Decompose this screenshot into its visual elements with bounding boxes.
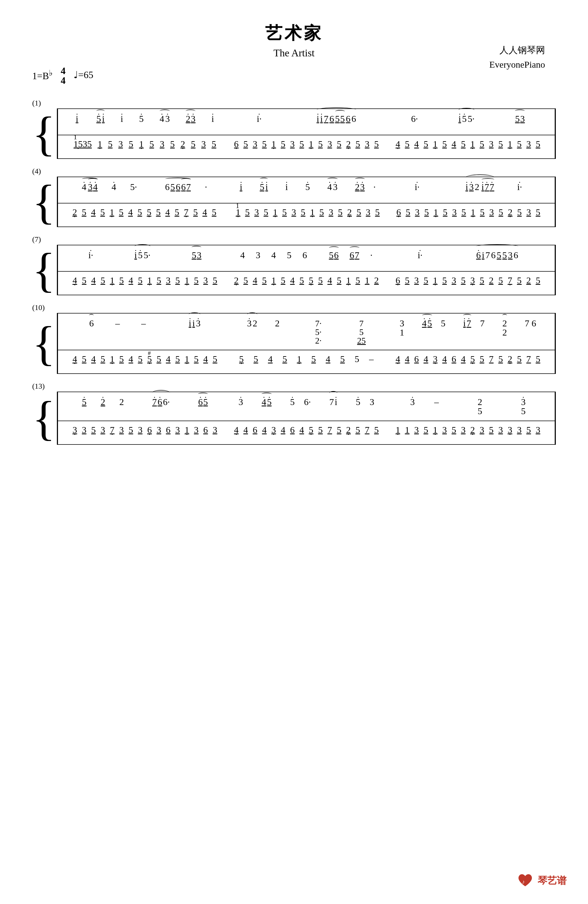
treble-1: ·i ·5 ·i ·i ·5 [58,108,555,135]
slur-group-1: ·5 ·i [96,114,104,124]
section-number-4: (10) [32,303,556,312]
meta-left: 1=B♭ 44 ♩=65 [32,64,556,85]
section-5: (13) { ·5 ·2 2 [32,382,556,445]
title-chinese: 艺术家 [32,22,556,45]
grand-staff-3: ·i· ·i ·5 5· 5 [57,245,556,295]
watermark: ♪ 琴艺谱 [517,873,566,888]
page: 艺术家 The Artist 1=B♭ 44 ♩=65 人人钢琴网 Everyo… [0,0,588,904]
note-i1: ·i [76,114,78,124]
treble-3: ·i· ·i ·5 5· 5 [58,245,555,272]
grand-staff-2: ·4 ·3 ·4 ·4 5· [57,177,556,227]
time-signature: 44 [61,64,65,85]
title-english: The Artist [32,47,556,59]
title-section: 艺术家 The Artist [32,22,556,59]
source2: EveryonePiano [489,57,545,72]
section-4: (10) { 6 – – [32,303,556,374]
section-number-5: (13) [32,382,556,390]
brace-5: { [32,392,55,445]
treble-4: 6 – – ·i i ·3 [58,313,555,350]
key-signature: 1=B♭ [32,68,52,82]
bass-2: ·2545 ·1545 ·5545 ·7545 1 ·1 5 [58,204,555,227]
bass-1: 1 ·1535 ·1535 ·1535 ·2535 ·6535 ·1535 [58,135,555,159]
brace-1: { [32,108,55,159]
section-3: (7) { ·i· ·i ·5 5· [32,235,556,295]
grand-staff-4: 6 – – ·i i ·3 [57,313,556,374]
bass-4: ·4545 ·1545 # ·5 545 ·1545 ·5545 [58,350,555,374]
meta-right: 人人钢琴网 EveryonePiano [489,43,545,72]
treble-5: ·5 ·2 2 ·7 ·6 6· [58,392,555,421]
brace-4: { [32,313,55,374]
section-number-3: (7) [32,235,556,244]
section-1: (1) { ·i ·5 [32,99,556,159]
source1: 人人钢琴网 [489,43,545,57]
section-2: (4) { ·4 [32,167,556,227]
grand-staff-1: ·i ·5 ·i ·i ·5 [57,108,556,159]
brace-3: { [32,245,55,295]
watermark-text: 琴艺谱 [537,874,566,887]
bass-3: ·4545 ·1545 ·1535 ·1535 ·2545 ·1545 ·554… [58,272,555,295]
svg-text:♪: ♪ [522,879,525,885]
treble-2: ·4 ·3 ·4 ·4 5· [58,177,555,204]
tempo: ♩=65 [74,69,93,81]
heart-icon: ♪ [517,873,533,888]
section-number-1: (1) [32,99,556,107]
brace-2: { [32,177,55,227]
bass-5: ·3353 ·7353 ·6363 ·1363 ·4464 ·3464 ·557… [58,421,555,445]
grand-staff-5: ·5 ·2 2 ·7 ·6 6· [57,392,556,445]
